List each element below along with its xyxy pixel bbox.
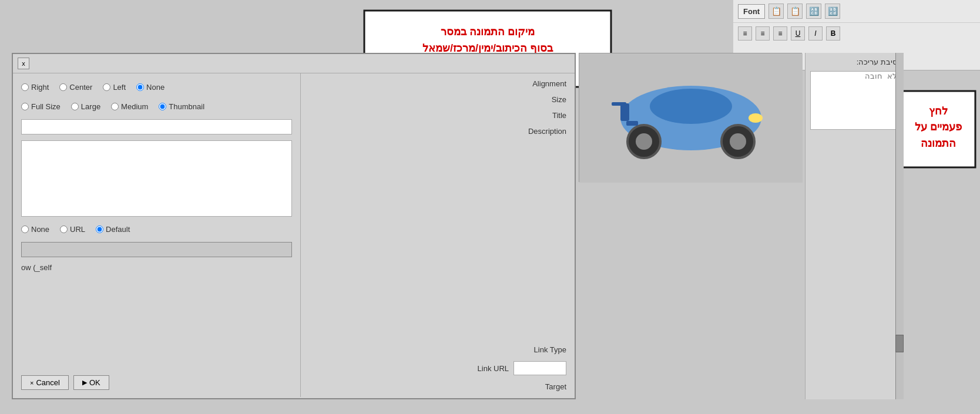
svg-rect-22 <box>902 91 975 167</box>
align-center-icon[interactable]: ≡ <box>756 26 770 41</box>
ok-label: OK <box>89 378 100 387</box>
image-area <box>579 53 802 182</box>
italic-icon[interactable]: I <box>808 26 823 41</box>
toolbar-icon-1[interactable]: 📋 <box>768 4 784 19</box>
alignment-left-radio[interactable] <box>103 83 110 91</box>
edit-label: סיבת עריכה: <box>810 58 897 66</box>
link-url-input[interactable] <box>514 361 566 375</box>
alignment-left-label: Left <box>113 83 126 92</box>
underline-icon[interactable]: U <box>791 26 805 41</box>
size-row: Full Size Large Medium Thumbnail <box>21 100 292 113</box>
title-input[interactable] <box>21 119 292 134</box>
size-medium-label: Medium <box>121 102 148 111</box>
svg-text:בסוף הכיתוב/ימין/מרכז/שמאל: בסוף הכיתוב/ימין/מרכז/שמאל <box>422 42 553 54</box>
right-form-panel: Alignment Size Title Description Link Ty… <box>301 73 575 397</box>
url-input[interactable] <box>21 242 292 257</box>
alignment-left-item[interactable]: Left <box>103 83 126 92</box>
svg-text:פעמיים על: פעמיים על <box>915 121 962 133</box>
size-form-label: Size <box>552 95 566 104</box>
alignment-right-radio[interactable] <box>21 83 29 91</box>
alignment-right-label: Right <box>31 83 49 92</box>
svg-rect-37 <box>620 103 629 121</box>
spacer <box>309 143 566 338</box>
align-left-icon[interactable]: ≡ <box>738 26 752 41</box>
link-default-label: Default <box>106 225 130 234</box>
bold-icon[interactable]: B <box>826 26 840 41</box>
svg-rect-36 <box>626 121 638 126</box>
link-url-item[interactable]: URL <box>60 225 85 234</box>
alignment-center-item[interactable]: Center <box>59 83 92 92</box>
rc-car-image <box>579 53 803 183</box>
cancel-icon: × <box>30 379 33 386</box>
alignment-none-radio[interactable] <box>136 83 144 91</box>
link-url-label: URL <box>70 225 85 234</box>
link-type-row: None URL Default <box>21 223 292 236</box>
dialog-close-button[interactable]: x <box>18 58 29 69</box>
link-url-form-label: Link URL <box>478 364 509 373</box>
cancel-button[interactable]: × Cancel <box>21 375 69 390</box>
svg-text:מיקום התמונה במסר: מיקום התמונה במסר <box>441 26 535 38</box>
link-type-form-label: Link Type <box>534 345 566 354</box>
link-none-item[interactable]: None <box>21 225 49 234</box>
link-url-radio[interactable] <box>60 225 68 233</box>
size-large-item[interactable]: Large <box>71 102 100 111</box>
description-textarea[interactable] <box>21 140 292 217</box>
title-label-row: Title <box>309 111 566 120</box>
size-fullsize-item[interactable]: Full Size <box>21 102 61 111</box>
size-fullsize-radio[interactable] <box>21 103 29 110</box>
svg-point-30 <box>650 89 732 124</box>
image-dialog: x Right Center Left <box>12 53 576 399</box>
target-row: ow (_self <box>21 263 292 272</box>
alignment-center-label: Center <box>69 83 92 92</box>
ok-button[interactable]: ▶ OK <box>73 375 109 390</box>
svg-point-33 <box>636 133 652 150</box>
alignment-none-item[interactable]: None <box>136 83 165 92</box>
svg-point-35 <box>749 113 763 123</box>
size-thumbnail-radio[interactable] <box>159 103 166 110</box>
description-label-row: Description <box>309 127 566 136</box>
alignment-form-label: Alignment <box>532 79 566 88</box>
footer-buttons: × Cancel ▶ OK <box>21 369 292 390</box>
size-medium-item[interactable]: Medium <box>111 102 148 111</box>
link-default-item[interactable]: Default <box>96 225 130 234</box>
target-form-label: Target <box>545 382 566 391</box>
cancel-label: Cancel <box>36 378 59 387</box>
link-none-label: None <box>31 225 49 234</box>
font-label: Font <box>738 4 765 19</box>
alignment-center-radio[interactable] <box>59 83 67 91</box>
size-thumbnail-item[interactable]: Thumbnail <box>159 102 204 111</box>
scrollbar[interactable] <box>895 53 904 399</box>
alignment-none-label: None <box>146 83 165 92</box>
size-large-radio[interactable] <box>71 103 79 110</box>
link-url-row: Link URL <box>309 361 566 375</box>
size-medium-radio[interactable] <box>111 103 119 110</box>
edit-reason-textarea[interactable] <box>810 71 897 130</box>
title-form-label: Title <box>552 111 566 120</box>
svg-text:התמונה: התמונה <box>921 137 956 149</box>
scrollbar-thumb[interactable] <box>895 335 904 352</box>
align-right-icon[interactable]: ≡ <box>773 26 787 41</box>
toolbar-row1: Font 📋 📋 🔠 🔡 <box>733 0 980 23</box>
dialog-titlebar: x <box>13 54 575 73</box>
target-label-row: Target <box>309 382 566 391</box>
link-none-radio[interactable] <box>21 225 29 233</box>
svg-text:לחץ: לחץ <box>929 105 948 117</box>
target-value: ow (_self <box>21 263 52 272</box>
link-default-radio[interactable] <box>96 225 103 233</box>
description-form-label: Description <box>528 127 566 136</box>
left-panel: Right Center Left None <box>13 73 301 397</box>
alignment-row: Right Center Left None <box>21 80 292 94</box>
toolbar-icon-3[interactable]: 🔠 <box>806 4 821 19</box>
right-sidebar: סיבת עריכה: <box>805 53 902 399</box>
ok-icon: ▶ <box>82 379 87 386</box>
link-type-label-row: Link Type <box>309 345 566 354</box>
toolbar-row2: ≡ ≡ ≡ U I B <box>733 23 980 44</box>
toolbar-icon-2[interactable]: 📋 <box>787 4 803 19</box>
alignment-right-item[interactable]: Right <box>21 83 49 92</box>
alignment-label-row: Alignment <box>309 79 566 88</box>
size-large-label: Large <box>81 102 100 111</box>
size-fullsize-label: Full Size <box>31 102 61 111</box>
svg-point-34 <box>730 133 746 150</box>
toolbar-icon-4[interactable]: 🔡 <box>825 4 840 19</box>
svg-rect-38 <box>612 102 626 106</box>
